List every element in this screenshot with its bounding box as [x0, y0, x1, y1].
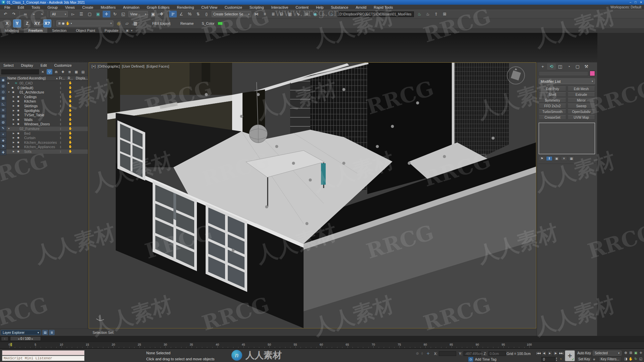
set-keys-button[interactable]: + ✓: [565, 350, 575, 361]
object-name-field[interactable]: [539, 71, 588, 76]
menu-item-modifiers[interactable]: Modifiers: [97, 5, 119, 9]
menu-item-edit[interactable]: Edit: [14, 5, 28, 9]
frozen-toggle-icon[interactable]: [60, 146, 61, 148]
tree-row-kitchen-accessories[interactable]: ▶◉Kitchen_Accessories✋: [0, 140, 88, 145]
expand-right-icon[interactable]: ▶: [13, 132, 14, 135]
isolate-selection-icon[interactable]: ⊘: [416, 352, 419, 355]
undo-icon[interactable]: ↶: [2, 11, 9, 17]
target-tool-icon[interactable]: ⌖: [0, 131, 6, 137]
render-production-icon[interactable]: ♨: [416, 11, 423, 17]
configure-modifier-sets-icon[interactable]: ▦: [568, 156, 575, 161]
explorer-column-headers[interactable]: Name (Sorted Ascending) ▲ Fr... R... Dis…: [0, 76, 88, 81]
expand-right-icon[interactable]: ▶: [13, 145, 14, 148]
tree-row-sofa[interactable]: ▶◉Sofa✋: [0, 149, 88, 154]
paste-layer-icon[interactable]: ▱: [123, 20, 131, 27]
select-object-icon[interactable]: ▻: [69, 11, 77, 17]
display-toggle-icon[interactable]: ✋: [68, 149, 72, 153]
frame-spinner[interactable]: ▲▼: [555, 357, 557, 362]
frozen-toggle-icon[interactable]: [60, 114, 61, 116]
go-to-end-icon[interactable]: ▶▶|: [559, 351, 564, 356]
menu-item-customize[interactable]: Customize: [221, 5, 246, 9]
display-toggle-icon[interactable]: ✋: [68, 118, 72, 121]
prev-key-icon[interactable]: ◀: [17, 338, 20, 340]
motion-tab-icon[interactable]: ◔: [565, 63, 573, 70]
display-toggle-icon[interactable]: ✋: [68, 109, 72, 112]
utilities-tab-icon[interactable]: ⚒: [582, 63, 591, 70]
axis-xy-button[interactable]: XY: [33, 19, 41, 27]
select-and-link-icon[interactable]: ∞: [21, 11, 29, 17]
make-unique-icon[interactable]: ▣: [553, 156, 560, 161]
explorer-list-icon[interactable]: ▤: [42, 330, 48, 335]
tab-populate[interactable]: Populate: [100, 28, 123, 33]
select-and-rotate-icon[interactable]: ↻: [111, 11, 119, 17]
maxscript-listener-field[interactable]: MAXScript Mini Listener: [2, 356, 85, 361]
viewport-label-0[interactable]: [+]: [92, 64, 96, 68]
menu-item-civil-view[interactable]: Civil View: [198, 5, 221, 9]
zoom-extents-all-icon[interactable]: ✛: [638, 350, 643, 355]
object-color-swatch[interactable]: [590, 71, 595, 76]
expand-right-icon[interactable]: ▶: [13, 150, 14, 153]
display-grid-icon[interactable]: ▦: [0, 95, 6, 101]
go-to-start-icon[interactable]: |◀◀: [536, 351, 541, 356]
next-key-icon[interactable]: ▶: [31, 338, 34, 340]
tree-row-tvset-table[interactable]: ▶◉TVSet_Table✋: [0, 113, 88, 117]
modifier-button-creaseset[interactable]: CreaseSet: [539, 115, 566, 120]
tab-freeform[interactable]: Freeform: [24, 28, 48, 33]
frozen-toggle-icon[interactable]: [60, 137, 61, 139]
modifier-button-extrude[interactable]: Extrude: [568, 92, 595, 97]
mirror-icon[interactable]: ⋈: [253, 11, 260, 17]
rectangular-selection-region-icon[interactable]: ▢: [86, 11, 94, 17]
settings-icon[interactable]: ▤: [80, 69, 86, 74]
lock-explorer-icon[interactable]: ⋒: [53, 69, 59, 74]
z-coordinate-field[interactable]: 0.0cm: [488, 351, 506, 356]
frozen-toggle-icon[interactable]: [60, 141, 61, 144]
menu-item-group[interactable]: Group: [44, 5, 61, 9]
align-icon[interactable]: ≡: [261, 11, 269, 17]
eye-icon[interactable]: ◉: [17, 132, 19, 135]
named-selection-sets-icon[interactable]: {}: [203, 11, 210, 17]
key-selection-dropdown[interactable]: Selected ▾: [593, 351, 622, 356]
key-mode-clock-icon[interactable]: ◔: [559, 357, 562, 361]
frozen-toggle-icon[interactable]: [60, 119, 61, 121]
viewport-3d-scene[interactable]: [89, 63, 536, 328]
explorer-menu-edit[interactable]: Edit: [40, 63, 51, 67]
waves-icon[interactable]: ≋: [0, 107, 6, 113]
tree-row-skirtings[interactable]: ▶◉Skirtings✋: [0, 104, 88, 108]
explorer-menu-select[interactable]: Select: [3, 63, 18, 67]
modifier-button-symmetry[interactable]: Symmetry: [539, 98, 566, 103]
add-tool-icon[interactable]: ✚: [0, 149, 6, 155]
expand-down-icon[interactable]: ▼: [8, 127, 10, 130]
modifier-button-uvw-map[interactable]: UVW Map: [568, 115, 595, 120]
auto-key-button[interactable]: Auto Key: [576, 351, 592, 356]
expand-down-icon[interactable]: ▼: [8, 91, 10, 93]
eye-icon[interactable]: ◉: [17, 145, 19, 148]
edit-tool-icon[interactable]: ✎: [0, 125, 6, 131]
tab-selection[interactable]: Selection: [47, 28, 71, 33]
display-toggle-icon[interactable]: ✋: [68, 95, 72, 98]
frozen-toggle-icon[interactable]: [60, 110, 61, 112]
modifier-button-ffd-2x2x2[interactable]: FFD 2x2x2: [539, 104, 566, 108]
tree-row-02-furniture[interactable]: ▼02_Furniture✋: [0, 127, 88, 131]
pick-mode-icon[interactable]: ⊙: [0, 89, 6, 95]
next-frame-icon[interactable]: |▶: [553, 351, 558, 356]
snaps-toggle-3d-icon[interactable]: 3°: [169, 11, 177, 17]
explorer-search-input[interactable]: [1, 69, 39, 74]
display-toggle-icon[interactable]: ✋: [68, 122, 72, 125]
eye-icon[interactable]: ◉: [12, 90, 14, 94]
menu-item-substance[interactable]: Substance: [327, 5, 352, 9]
key-filters-button[interactable]: Key Filters...: [598, 357, 622, 362]
render-iterative-icon[interactable]: ♨: [424, 11, 432, 17]
expand-right-icon[interactable]: ▶: [13, 136, 14, 139]
filter-icon[interactable]: ▽: [47, 69, 52, 74]
show-end-result-icon[interactable]: ‖: [546, 156, 552, 161]
zoom-icon[interactable]: ⊕: [623, 350, 628, 355]
menu-item-rendering[interactable]: Rendering: [173, 5, 198, 9]
diamond-tool-icon[interactable]: ◈: [0, 137, 6, 143]
spinner-snap-icon[interactable]: ⇅: [194, 11, 202, 17]
expand-right-icon[interactable]: ▶: [13, 114, 14, 116]
s-color-button[interactable]: S_Color: [200, 21, 216, 25]
tree-row-walls[interactable]: ▶◉Walls✋: [0, 118, 88, 122]
explorer-display-icon[interactable]: ≣: [49, 330, 55, 335]
display-toggle-icon[interactable]: ✋: [68, 90, 72, 94]
tree-row-curtain[interactable]: ▶◉Curtain✋: [0, 136, 88, 140]
